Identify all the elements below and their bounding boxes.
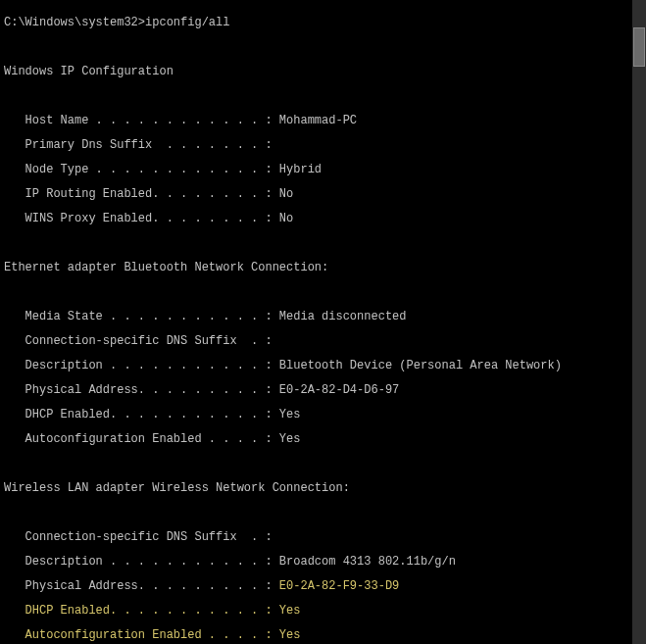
physical-address-highlighted: E0-2A-82-F9-33-D9 <box>279 579 399 593</box>
terminal-output: C:\Windows\system32>ipconfig/all Windows… <box>0 0 632 644</box>
field-label: Node Type . . . . . . . . . . . . : <box>4 163 279 176</box>
field-label: Host Name . . . . . . . . . . . . : <box>4 114 279 127</box>
field-value: Yes <box>279 432 301 446</box>
field-label: Primary Dns Suffix . . . . . . . : <box>4 139 632 152</box>
section-header-wlan: Wireless LAN adapter Wireless Network Co… <box>4 482 632 495</box>
field-value: No <box>279 187 293 201</box>
field-value-highlighted: Yes <box>279 604 301 618</box>
command-prompt: C:\Windows\system32>ipconfig/all <box>4 17 632 29</box>
field-value: Bluetooth Device (Personal Area Network) <box>279 359 562 372</box>
section-header-bluetooth: Ethernet adapter Bluetooth Network Conne… <box>4 262 632 274</box>
field-label: Description . . . . . . . . . . . : <box>4 555 279 569</box>
vertical-scrollbar[interactable] <box>632 0 646 644</box>
field-label: Description . . . . . . . . . . . : <box>4 359 279 372</box>
field-value: No <box>279 212 293 225</box>
section-header: Windows IP Configuration <box>4 66 632 78</box>
field-label: WINS Proxy Enabled. . . . . . . . : <box>4 212 279 225</box>
field-label: Media State . . . . . . . . . . . : <box>4 310 279 323</box>
field-label: Physical Address. . . . . . . . . : <box>4 383 279 397</box>
field-value: Mohammad-PC <box>279 114 357 127</box>
field-value: Hybrid <box>279 163 322 176</box>
field-value: Yes <box>279 408 301 421</box>
field-label: IP Routing Enabled. . . . . . . . : <box>4 187 279 201</box>
field-label-highlighted: Autoconfiguration Enabled . . . . : <box>4 628 279 642</box>
field-value: Broadcom 4313 802.11b/g/n <box>279 555 456 569</box>
field-value-highlighted: Yes <box>279 628 301 642</box>
scrollbar-thumb[interactable] <box>633 27 645 67</box>
field-value: E0-2A-82-D4-D6-97 <box>279 383 399 397</box>
field-label: Connection-specific DNS Suffix . : <box>4 531 632 544</box>
field-label: Connection-specific DNS Suffix . : <box>4 335 632 348</box>
field-label: Physical Address. . . . . . . . . : <box>4 579 279 593</box>
field-label: Autoconfiguration Enabled . . . . : <box>4 432 279 446</box>
field-label: DHCP Enabled. . . . . . . . . . . : <box>4 408 279 421</box>
field-value: Media disconnected <box>279 310 407 323</box>
field-label-highlighted: DHCP Enabled. . . . . . . . . . . : <box>4 604 279 618</box>
